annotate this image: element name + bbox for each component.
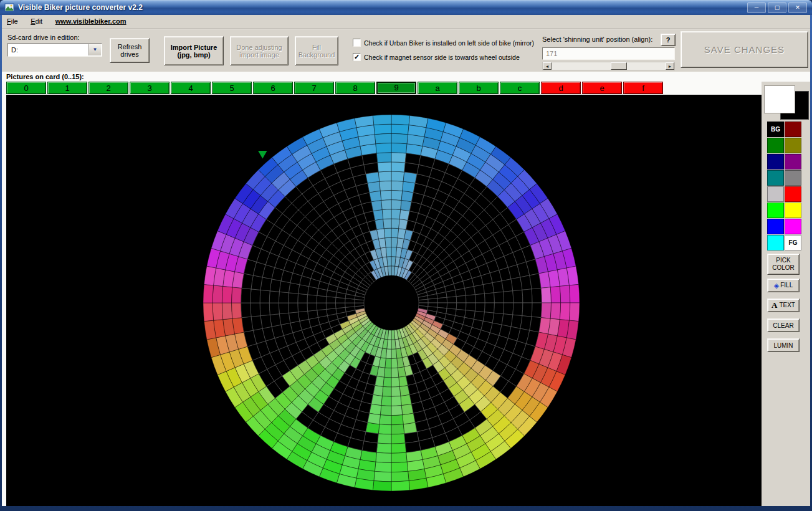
picture-tab-c[interactable]: c — [500, 82, 540, 94]
picture-tab-f[interactable]: f — [623, 82, 663, 94]
help-button[interactable]: ? — [661, 34, 676, 46]
picture-tab-5[interactable]: 5 — [212, 82, 252, 94]
scrollbar-thumb[interactable] — [611, 62, 627, 70]
window-controls: ─ ▢ ✕ — [747, 2, 807, 13]
palette-swatch-00ffff[interactable] — [767, 235, 784, 251]
palette-swatch-FG[interactable]: FG — [785, 235, 801, 251]
drive-value: D: — [8, 44, 21, 56]
menu-file[interactable]: File — [2, 15, 23, 27]
magnet-checkbox-label: Check if magnet sensor side is towards w… — [364, 54, 520, 61]
dropdown-arrow-icon[interactable]: ▼ — [88, 44, 101, 55]
palette-swatch-ff00ff[interactable] — [785, 219, 801, 234]
picture-tab-0[interactable]: 0 — [6, 82, 46, 94]
scroll-left-arrow-icon[interactable]: ◄ — [543, 62, 552, 70]
palette-swatch-008200[interactable] — [767, 138, 784, 153]
palette-swatch-008284[interactable] — [767, 170, 784, 186]
toolbar: Sd-card drive in edition: D: ▼ Refresh d… — [2, 29, 810, 72]
picture-tab-6[interactable]: 6 — [253, 82, 293, 94]
picture-tab-8[interactable]: 8 — [335, 82, 375, 94]
window-title: Visible Biker picture converter v2.2 — [18, 3, 143, 12]
palette-swatch-ffff00[interactable] — [785, 203, 801, 218]
magnet-checkbox-box[interactable]: ✓ — [353, 53, 361, 61]
picture-tab-7[interactable]: 7 — [294, 82, 334, 94]
drive-select[interactable]: D: ▼ — [7, 43, 102, 57]
done-adjusting-button[interactable]: Done adjusting import image — [230, 36, 289, 65]
text-button[interactable]: ATEXT — [767, 298, 800, 312]
fill-icon: ◈ — [774, 282, 779, 289]
color-palette: BGFG — [767, 122, 801, 251]
color-sidebar: BGFG PICK COLOR ◈FILL ATEXT CLEAR LUMIN — [762, 82, 810, 506]
save-changes-button[interactable]: SAVE CHANGES — [681, 31, 808, 68]
magnet-checkbox[interactable]: ✓ Check if magnet sensor side is towards… — [353, 53, 520, 61]
picture-tab-1[interactable]: 1 — [47, 82, 87, 94]
fg-color-swatch[interactable] — [764, 85, 795, 113]
mirror-checkbox-label: Check if Urban Biker is installed on lef… — [364, 39, 534, 47]
picture-tab-3[interactable]: 3 — [130, 82, 170, 94]
lumin-button[interactable]: LUMIN — [767, 338, 800, 352]
palette-swatch-ff0000[interactable] — [785, 186, 801, 202]
scrollbar-track[interactable] — [552, 62, 666, 70]
pictures-on-card-label: Pictures on card (0..15): — [6, 73, 84, 80]
palette-swatch-c6c3c6[interactable] — [767, 186, 784, 202]
picture-tab-a[interactable]: a — [418, 82, 457, 94]
palette-swatch-000084[interactable] — [767, 154, 784, 170]
clear-button[interactable]: CLEAR — [767, 318, 800, 332]
picture-tab-d[interactable]: d — [541, 82, 581, 94]
picture-tab-b[interactable]: b — [459, 82, 499, 94]
close-button[interactable]: ✕ — [788, 2, 807, 13]
picture-tab-9[interactable]: 9 — [376, 82, 416, 94]
wheel-canvas[interactable] — [6, 95, 762, 506]
scroll-right-arrow-icon[interactable]: ► — [666, 62, 674, 70]
fill-background-button[interactable]: Fill Background — [295, 36, 338, 65]
mirror-checkbox-box[interactable]: ✓ — [353, 39, 361, 47]
menubar: File Edit www.visiblebiker.com — [2, 15, 810, 29]
palette-swatch-BG[interactable]: BG — [767, 122, 784, 137]
menu-website-link[interactable]: www.visiblebiker.com — [50, 15, 131, 27]
app-window: Visible Biker picture converter v2.2 ─ ▢… — [0, 0, 812, 511]
palette-swatch-840000[interactable] — [785, 122, 801, 137]
app-icon — [4, 2, 14, 12]
maximize-button[interactable]: ▢ — [768, 2, 786, 13]
palette-swatch-848284[interactable] — [785, 170, 801, 186]
mirror-checkbox[interactable]: ✓ Check if Urban Biker is installed on l… — [353, 39, 534, 47]
menu-edit[interactable]: Edit — [26, 15, 47, 27]
picture-tabs: 0123456789abcdef — [6, 82, 663, 94]
minimize-button[interactable]: ─ — [747, 2, 766, 13]
palette-swatch-0000ff[interactable] — [767, 219, 784, 234]
picture-tab-4[interactable]: 4 — [171, 82, 211, 94]
sdcard-drive-label: Sd-card drive in edition: — [7, 34, 80, 41]
import-picture-button[interactable]: Import Picture (jpg, bmp) — [164, 36, 224, 65]
refresh-drives-button[interactable]: Refresh drives — [110, 38, 150, 63]
text-letter-icon: A — [771, 300, 777, 310]
text-button-label: TEXT — [779, 302, 795, 308]
palette-swatch-848200[interactable] — [785, 138, 801, 153]
picture-tab-e[interactable]: e — [582, 82, 622, 94]
shining-unit-align-label: Select 'shinning unit' position (align): — [542, 36, 652, 43]
fill-button-label: FILL — [780, 282, 793, 289]
color-preview — [763, 85, 809, 120]
palette-swatch-840084[interactable] — [785, 154, 801, 170]
fill-button[interactable]: ◈FILL — [767, 279, 800, 292]
check-icon: ✓ — [353, 54, 360, 60]
picture-tab-2[interactable]: 2 — [88, 82, 128, 94]
align-position-field[interactable]: 171 — [542, 47, 675, 60]
palette-swatch-00ff00[interactable] — [767, 203, 784, 218]
pick-color-button[interactable]: PICK COLOR — [767, 254, 800, 275]
align-scrollbar[interactable]: ◄ ► — [542, 62, 675, 70]
titlebar[interactable]: Visible Biker picture converter v2.2 ─ ▢… — [0, 0, 812, 15]
